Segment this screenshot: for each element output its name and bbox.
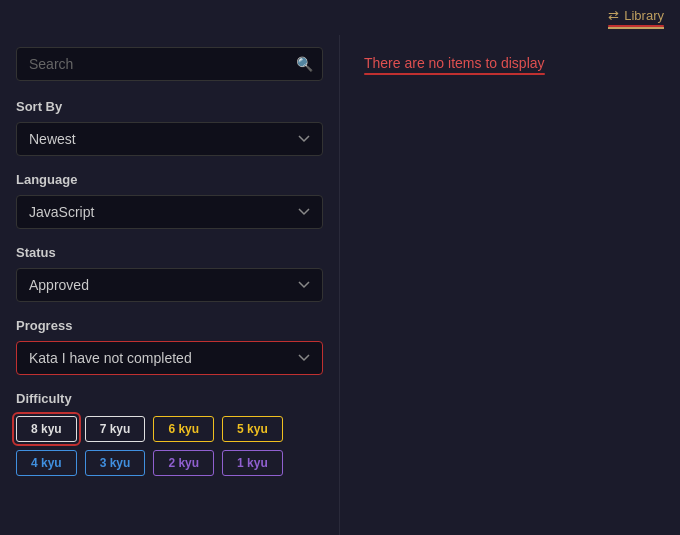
sort-by-label: Sort By [16, 99, 323, 114]
kyu-6-badge[interactable]: 6 kyu [153, 416, 214, 442]
difficulty-label: Difficulty [16, 391, 323, 406]
kyu-badge-wrapper-4: 4 kyu [16, 450, 77, 476]
library-label: Library [624, 8, 664, 23]
kyu-badge-wrapper-1: 1 kyu [222, 450, 283, 476]
kyu-badge-wrapper-2: 2 kyu [153, 450, 214, 476]
language-section: Language JavaScript Python TypeScript [16, 172, 323, 229]
no-items-message: There are no items to display [364, 55, 545, 71]
status-section: Status Approved Beta Retired [16, 245, 323, 302]
status-label: Status [16, 245, 323, 260]
sidebar: 🔍 Sort By Newest Oldest Hardest Easiest … [0, 35, 340, 535]
sort-by-section: Sort By Newest Oldest Hardest Easiest [16, 99, 323, 156]
kyu-3-badge[interactable]: 3 kyu [85, 450, 146, 476]
sort-by-select[interactable]: Newest Oldest Hardest Easiest [16, 122, 323, 156]
main-layout: 🔍 Sort By Newest Oldest Hardest Easiest … [0, 35, 680, 535]
language-label: Language [16, 172, 323, 187]
kyu-7-badge[interactable]: 7 kyu [85, 416, 146, 442]
status-select[interactable]: Approved Beta Retired [16, 268, 323, 302]
kyu-badge-wrapper-3: 3 kyu [85, 450, 146, 476]
content-area: There are no items to display [340, 35, 680, 535]
kyu-badge-wrapper-6: 6 kyu [153, 416, 214, 442]
progress-section: Progress All Kata I have not completed K… [16, 318, 323, 375]
header: ⇄ Library [0, 0, 680, 35]
no-items-wrapper: There are no items to display [364, 55, 545, 71]
kyu-badge-wrapper-8: 8 kyu [16, 416, 77, 442]
kyu-4-badge[interactable]: 4 kyu [16, 450, 77, 476]
library-link[interactable]: ⇄ Library [608, 8, 664, 27]
kyu-1-badge[interactable]: 1 kyu [222, 450, 283, 476]
no-items-underline [364, 73, 545, 75]
progress-select[interactable]: All Kata I have not completed Kata I hav… [16, 341, 323, 375]
language-select[interactable]: JavaScript Python TypeScript [16, 195, 323, 229]
kyu-badge-wrapper-7: 7 kyu [85, 416, 146, 442]
difficulty-section: Difficulty 8 kyu 7 kyu 6 kyu 5 kyu [16, 391, 323, 476]
kyu-5-badge[interactable]: 5 kyu [222, 416, 283, 442]
kyu-2-badge[interactable]: 2 kyu [153, 450, 214, 476]
search-icon[interactable]: 🔍 [296, 56, 313, 72]
kyu-badge-wrapper-5: 5 kyu [222, 416, 283, 442]
kyu-8-badge[interactable]: 8 kyu [16, 416, 77, 442]
library-icon: ⇄ [608, 8, 619, 23]
search-input[interactable] [16, 47, 323, 81]
difficulty-grid: 8 kyu 7 kyu 6 kyu 5 kyu 4 kyu [16, 416, 323, 476]
search-wrapper: 🔍 [16, 47, 323, 81]
progress-label: Progress [16, 318, 323, 333]
